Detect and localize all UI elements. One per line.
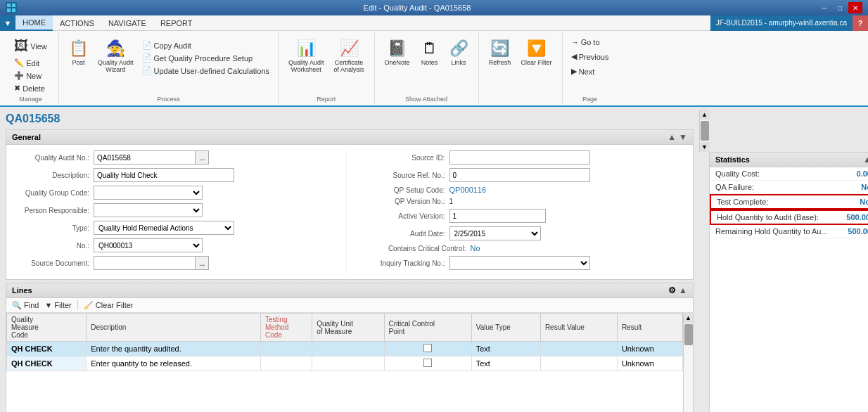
scroll-up-arrow[interactable]: ▲ [684, 313, 694, 323]
menu-item-actions[interactable]: ACTIONS [53, 15, 101, 31]
maximize-button[interactable]: □ [833, 2, 847, 13]
no-select[interactable]: QH000013 [94, 238, 203, 252]
audit-date-row: Audit Date: 2/25/2015 [361, 226, 688, 240]
update-calc-icon: 📄 [142, 66, 152, 75]
links-button[interactable]: 🔗 Links [445, 37, 473, 69]
stats-collapse-btn[interactable]: ▲ [863, 155, 868, 165]
gear-icon[interactable]: ⚙ [668, 285, 676, 295]
refresh-button[interactable]: 🔄 Refresh [485, 37, 516, 69]
view-button[interactable]: 🖼 Edit View [11, 37, 50, 56]
clear-filter-lines-button[interactable]: 🧹 Clear Filter [84, 301, 134, 310]
table-row[interactable]: QH CHECK Enter quantity to be released. … [7, 356, 683, 371]
get-quality-procedure-button[interactable]: 📄 Get Quality Procedure Setup [139, 52, 272, 64]
audit-date-select[interactable]: 2/25/2015 [449, 226, 541, 240]
source-ref-row: Source Ref. No.: [361, 168, 688, 182]
source-ref-input[interactable] [449, 168, 590, 182]
main-scroll-thumb[interactable] [701, 121, 709, 141]
inquiry-group: Inquiry Tracking No.: [361, 256, 590, 270]
stats-value-0: 0.00 [857, 169, 868, 178]
help-button[interactable]: ? [853, 15, 868, 31]
quality-audit-wizard-button[interactable]: 🧙 Quality Audit Wizard [94, 37, 138, 76]
cell-desc-1: Enter quantity to be released. [87, 356, 261, 371]
lines-title: Lines [12, 286, 32, 295]
find-label: Find [24, 301, 39, 309]
description-input[interactable] [94, 168, 234, 182]
quality-audit-input[interactable] [94, 150, 196, 165]
menu-item-navigate[interactable]: NAVIGATE [101, 15, 153, 31]
scroll-thumb[interactable] [684, 324, 693, 345]
panel-scroll-down[interactable]: ▼ [679, 132, 687, 142]
minimize-button[interactable]: ─ [817, 2, 831, 13]
stats-row-3: Hold Quantity to Audit (Base): 500.00 [710, 210, 868, 225]
record-title: QA015658 [6, 110, 694, 129]
source-id-input[interactable] [449, 150, 590, 165]
menu-item-home[interactable]: HOME [15, 15, 53, 31]
next-button[interactable]: ▶ Next [568, 65, 612, 77]
menu-item-report[interactable]: REPORT [153, 15, 200, 31]
person-resp-select[interactable] [94, 203, 203, 217]
source-doc-browse-btn[interactable]: ... [196, 256, 209, 270]
copy-audit-button[interactable]: 📄 Copy Audit [139, 39, 272, 51]
home-dropdown-button[interactable]: ▼ [0, 15, 15, 31]
quality-audit-label: Quality Audit No.: [12, 154, 89, 162]
active-version-group: Active Version: [361, 209, 546, 223]
critical-checkbox-1[interactable] [423, 359, 432, 367]
type-select[interactable]: Quality Hold Remedial Actions [94, 221, 234, 235]
edit-button[interactable]: ✏️ Edit [11, 57, 48, 69]
active-version-input[interactable] [449, 209, 546, 223]
find-button[interactable]: 🔍 Find [12, 301, 39, 310]
inquiry-select[interactable] [449, 256, 590, 270]
goto-button[interactable]: → Go to [568, 37, 612, 48]
lines-scrollbar: ▲ ▼ [683, 313, 693, 412]
app-icon [6, 2, 17, 13]
refresh-icon: 🔄 [490, 39, 509, 58]
onenote-button[interactable]: 📓 OneNote [381, 37, 414, 69]
source-doc-input[interactable] [94, 256, 196, 270]
certificate-button[interactable]: 📈 Certificate of Analysis [330, 37, 369, 76]
qp-setup-group: QP Setup Code: QP000116 [361, 186, 487, 194]
stats-row-4: Remaining Hold Quantity to Au... 500.00 [710, 225, 868, 238]
main-scroll-down[interactable]: ▼ [700, 142, 710, 152]
previous-button[interactable]: ◀ Previous [568, 51, 612, 63]
table-row[interactable]: QH CHECK Enter the quantity audited. Tex… [7, 342, 683, 356]
panel-scroll-up[interactable]: ▲ [668, 132, 676, 142]
manage-group-label: Manage [19, 94, 42, 103]
clear-filter-button[interactable]: 🔽 Clear Filter [517, 37, 556, 69]
title-bar-controls: ─ □ ✕ [817, 2, 862, 13]
worksheet-button[interactable]: 📊 Quality Audit Worksheet [284, 37, 328, 76]
delete-button[interactable]: ✖ Delete [11, 82, 48, 94]
quality-audit-group: Quality Audit No.: ... [12, 150, 209, 165]
quality-group-select[interactable] [94, 186, 203, 200]
qp-setup-link[interactable]: QP000116 [449, 186, 487, 194]
window-title: Edit - Quality Audit - QA015658 [17, 4, 817, 12]
new-button[interactable]: ➕ New [11, 70, 48, 82]
svg-rect-0 [7, 4, 11, 7]
lines-scroll-up[interactable]: ▲ [679, 285, 687, 295]
form-columns: Quality Audit No.: ... Description: [12, 150, 687, 273]
quality-group-row: Quality Group Code: [12, 186, 339, 200]
links-icon: 🔗 [449, 39, 468, 58]
find-icon: 🔍 [12, 301, 22, 310]
statistics-rows: Quality Cost: 0.00 QA Failure: No Test C… [710, 167, 868, 238]
quality-audit-browse-btn[interactable]: ... [196, 150, 209, 165]
goto-icon: → [571, 38, 579, 46]
panel-header-controls: ▲ ▼ [668, 132, 687, 142]
quality-audit-row: Quality Audit No.: ... [12, 150, 339, 165]
post-button[interactable]: 📋 Post [65, 37, 92, 69]
stats-side-panel: ▲ ▼ Statistics ▲ Quality Cost: 0.00 QA F… [699, 107, 868, 412]
stats-value-2: No [860, 198, 868, 206]
critical-checkbox-0[interactable] [423, 344, 432, 352]
type-group: Type: Quality Hold Remedial Actions [12, 221, 234, 235]
cell-critical-0 [384, 342, 471, 356]
source-id-row: Source ID: [361, 150, 688, 165]
form-col-right: Source ID: Source Ref. No.: [346, 150, 688, 273]
update-calculations-button[interactable]: 📄 Update User-defined Calculations [139, 65, 272, 77]
close-button[interactable]: ✕ [848, 2, 862, 13]
stats-value-1: No [861, 183, 868, 191]
ribbon: 🖼 Edit View ✏️ Edit ➕ New ✖ Delete Mana [0, 31, 868, 107]
main-scroll-up[interactable]: ▲ [700, 110, 710, 120]
notes-button[interactable]: 🗒 Notes [416, 37, 444, 69]
critical-control-value[interactable]: No [471, 244, 480, 252]
general-panel-body: Quality Audit No.: ... Description: [6, 145, 693, 279]
filter-button[interactable]: ▼ Filter [44, 301, 71, 309]
